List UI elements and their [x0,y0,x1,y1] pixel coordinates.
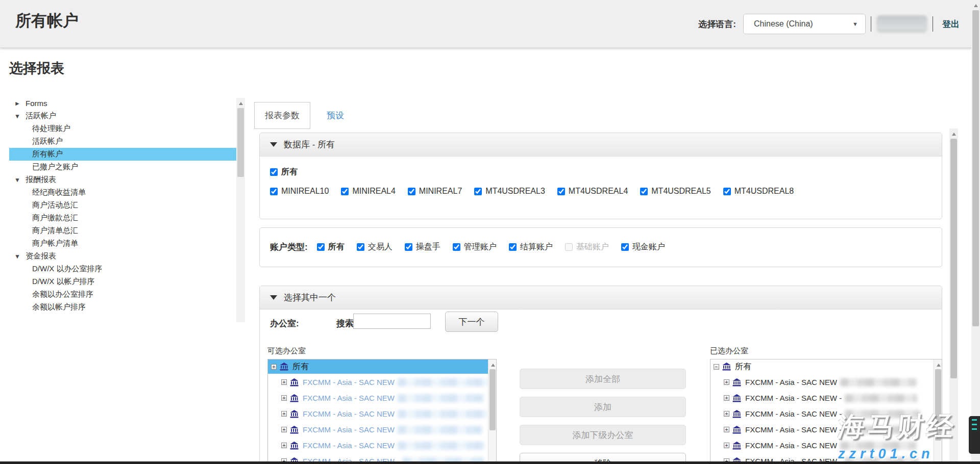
office-item[interactable]: FXCMM - Asia - SAC NEW [268,422,496,437]
tree-item[interactable]: 所有帐户 [9,148,236,161]
checkbox-icon[interactable] [557,188,565,195]
checkbox-icon[interactable] [405,243,412,251]
db-checkbox[interactable]: MT4USDREAL4 [557,187,628,196]
scroll-up-icon[interactable] [971,1,980,10]
tree-item[interactable]: ► Forms [9,97,236,110]
collapse-minus-icon[interactable] [714,364,719,370]
office-item[interactable]: FXCMM - Asia - SAC NEW [268,375,496,390]
tree-item[interactable]: 已撤户之账户 [9,161,236,173]
content-scrollbar[interactable] [949,128,958,464]
office-root-all[interactable]: 所有 [710,359,942,374]
tree-item[interactable]: D/W/X 以帐户排序 [9,275,236,288]
db-checkbox[interactable]: MINIREAL10 [270,187,329,196]
scroll-up-icon[interactable] [488,360,497,369]
tree-item[interactable]: 商户清单总汇 [9,224,236,237]
tab-report-params[interactable]: 报表参数 [254,102,310,129]
account-type-checkbox[interactable]: 操盘手 [405,242,440,252]
expand-plus-icon[interactable] [724,443,729,448]
expander-icon[interactable]: ▼ [14,176,26,184]
expand-plus-icon[interactable] [271,364,277,370]
add-sub-offices-button[interactable]: 添加下级办公室 [520,425,686,445]
office-item[interactable]: FXCMM - Asia - SAC NEW [710,375,942,390]
expand-plus-icon[interactable] [724,411,729,417]
scrollbar-thumb[interactable] [489,369,496,430]
list-scrollbar[interactable] [934,359,942,464]
checkbox-icon[interactable] [453,243,460,251]
db-checkbox[interactable]: MINIREAL4 [341,187,395,196]
add-button[interactable]: 添加 [520,397,686,417]
checkbox-icon[interactable] [565,243,573,251]
expand-plus-icon[interactable] [281,379,287,385]
tree-item[interactable]: 商户活动总汇 [9,199,236,212]
scrollbar-thumb[interactable] [972,10,979,326]
expand-plus-icon[interactable] [724,395,729,401]
select-one-header[interactable]: 选择其中一个 [260,286,942,310]
db-all-checkbox[interactable]: 所有 [270,167,298,177]
office-item[interactable]: FXCMM - Asia - SAC NEW [268,438,496,453]
scrollbar-thumb[interactable] [935,369,941,441]
expander-icon[interactable]: ▼ [14,253,26,260]
account-type-checkbox[interactable]: 管理账户 [453,242,497,252]
tree-item[interactable]: D/W/X 以办公室排序 [9,263,236,275]
office-item[interactable]: FXCMM - Asia - SAC NEW - [710,406,942,421]
account-type-checkbox[interactable]: 基础账户 [565,242,609,252]
scroll-up-icon[interactable] [236,99,245,108]
expand-plus-icon[interactable] [724,379,729,385]
checkbox-icon[interactable] [474,188,482,195]
office-item[interactable]: FXCMM - Asia - SAC NEW [268,391,496,405]
checkbox-icon[interactable] [357,243,364,251]
expand-plus-icon[interactable] [281,411,287,417]
account-type-checkbox[interactable]: 交易人 [357,242,393,252]
office-item[interactable]: FXCMM - Asia - SAC NEW - [710,391,942,405]
tree-item[interactable]: 商户帐户清单 [9,237,236,250]
account-type-checkbox[interactable]: 现金账户 [621,242,665,252]
checkbox-icon[interactable] [509,243,517,251]
expand-plus-icon[interactable] [281,443,287,448]
checkbox-icon[interactable] [408,188,415,195]
expander-icon[interactable]: ▼ [14,113,26,120]
tree-item[interactable]: 经纪商收益清单 [9,186,236,199]
logout-link[interactable]: 登出 [942,18,960,30]
scroll-up-icon[interactable] [949,130,958,138]
db-checkbox[interactable]: MT4USDREAL5 [640,187,710,196]
language-dropdown[interactable]: Chinese (China) ▼ [743,14,866,34]
expand-plus-icon[interactable] [281,395,287,401]
scrollbar-thumb[interactable] [950,139,957,378]
db-checkbox[interactable]: MT4USDREAL8 [723,187,794,196]
checkbox-icon[interactable] [723,188,731,195]
db-checkbox[interactable]: MT4USDREAL3 [474,187,545,196]
tab-presets[interactable]: 预设 [316,102,354,129]
checkbox-icon[interactable] [621,243,629,251]
office-item[interactable]: FXCMM - Asia - SAC NEW - [710,422,942,437]
account-type-checkbox[interactable]: 结算账户 [509,242,553,252]
tree-item[interactable]: 活跃帐户 [9,135,236,148]
tree-item[interactable]: 余额以办公室排序 [9,288,236,301]
checkbox-icon[interactable] [341,188,349,195]
checkbox-icon[interactable] [640,188,648,195]
tree-item[interactable]: 待处理账户 [9,122,236,135]
expander-icon[interactable]: ► [14,100,26,107]
database-panel-header[interactable]: 数据库 - 所有 [260,133,942,157]
expand-plus-icon[interactable] [724,427,729,432]
tree-item[interactable]: 余额以帐户排序 [9,301,236,314]
tree-item[interactable]: ▼ 报酬报表 [9,173,236,186]
add-all-button[interactable]: 添加全部 [520,369,686,389]
scrollbar-thumb[interactable] [237,108,244,177]
checkbox-icon[interactable] [270,168,278,176]
office-root-all[interactable]: 所有 [268,359,496,374]
tree-item[interactable]: ▼ 活跃帐户 [9,110,236,122]
search-input[interactable] [353,314,431,329]
office-item[interactable]: FXCMM - Asia - SAC NEW [268,406,496,421]
office-item[interactable]: FXCMM - Asia - SAC NEW [710,438,942,453]
checkbox-icon[interactable] [270,188,278,195]
checkbox-icon[interactable] [317,243,325,251]
expand-plus-icon[interactable] [281,427,287,432]
next-button[interactable]: 下一个 [445,312,498,332]
sidebar-scrollbar[interactable] [236,98,245,322]
tree-item[interactable]: ▼ 资金报表 [9,250,236,263]
list-scrollbar[interactable] [488,359,496,464]
scroll-up-icon[interactable] [934,360,942,369]
account-type-checkbox[interactable]: 所有 [317,242,345,252]
tree-item[interactable]: 商户缴款总汇 [9,212,236,224]
db-checkbox[interactable]: MINIREAL7 [408,187,462,196]
